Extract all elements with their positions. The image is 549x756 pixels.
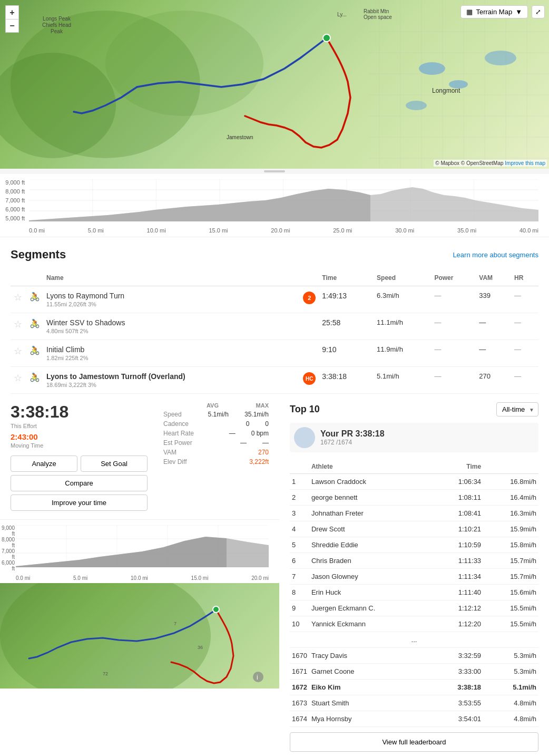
rank-cell: 2 [290,490,309,506]
top10-title: Top 10 [290,404,320,415]
map-label-longspeak: Longs PeakChiefs HeadPeak [42,16,71,35]
athlete-name-cell[interactable]: Johnathan Freter [309,506,433,521]
segment-power: — [431,313,476,340]
segment-power: — [431,286,476,313]
segment-meta: 1.82mi 225ft 2% [46,355,297,361]
analyze-button[interactable]: Analyze [11,455,77,472]
col-star [11,270,26,286]
athlete-name-cell[interactable]: Jason Glowney [309,569,433,585]
stat-max: 0 bpm [251,430,269,437]
vam-row: VAM 270 [163,449,269,456]
analyze-goal-row: Analyze Set Goal [11,455,148,472]
improve-time-button[interactable]: Improve your time [11,495,148,511]
stat-avg: 5.1mi/h [208,411,229,418]
stat-max: — [262,439,269,447]
map-label-longmont: Longmont [432,87,460,94]
star-cell[interactable]: ☆ [11,313,26,340]
segment-name[interactable]: Lyons to Jamestown Turnoff (Overland) [46,372,297,381]
col-power: Power [431,270,476,286]
rank-cell: 1670 [290,648,309,664]
segment-icon-cell: 🚴 [26,286,43,313]
leaderboard-row: 7 Jason Glowney 1:11:34 15.7mi/h [290,569,538,585]
star-icon[interactable]: ☆ [14,319,22,329]
segment-vam: — [476,340,511,367]
mini-y-labels: 9,000 ft 8,000 ft 7,000 ft 6,000 ft [0,525,15,567]
zoom-in-button[interactable]: + [5,5,19,19]
elevation-y-labels: 9,000 ft 8,000 ft 7,000 ft 6,000 ft 5,00… [0,179,27,221]
time-cell: 3:53:55 [433,695,483,711]
leaderboard-row: 1671 Garnet Coone 3:33:00 5.3mi/h [290,664,538,680]
svg-point-3 [323,34,330,42]
col-rank [290,460,309,474]
leaderboard-row: 9 Juergen Eckmann C. 1:12:12 15.5mi/h [290,600,538,616]
athlete-name-cell[interactable]: Erin Huck [309,585,433,600]
segment-name[interactable]: Initial Climb [46,345,297,354]
segment-badge-cell: 2 [300,286,319,313]
athlete-name-cell[interactable]: Yannick Eckmann [309,616,433,632]
speed-cell: 15.5mi/h [483,600,538,616]
segment-icon-cell: 🚴 [26,313,43,340]
col-speed: Speed [374,270,431,286]
terrain-map-button[interactable]: ▦ Terrain Map ▼ [460,5,528,18]
athlete-name-cell[interactable]: Mya Hornsby [309,711,433,727]
segment-type-icon: 🚴 [30,346,40,355]
time-cell: 1:11:33 [433,553,483,569]
fullscreen-button[interactable]: ⤢ [532,5,545,18]
zoom-out-button[interactable]: − [5,19,19,33]
segments-section: Segments Learn more about segments Name … [0,237,549,394]
time-cell: 1:08:11 [433,490,483,506]
rank-cell: 8 [290,585,309,600]
svg-point-52 [253,672,263,682]
athlete-name-cell[interactable]: Drew Scott [309,521,433,537]
athlete-name-cell[interactable]: Shreddie Eddie [309,537,433,553]
vam-value: 270 [258,449,269,456]
stat-header: AVG MAX [163,402,269,409]
resize-handle[interactable] [0,169,549,174]
segment-name[interactable]: Winter SSV to Shadows [46,318,297,327]
star-icon[interactable]: ☆ [14,292,22,303]
athlete-name-cell[interactable]: Lawson Craddock [309,474,433,490]
star-icon[interactable]: ☆ [14,373,22,383]
athlete-name-cell[interactable]: Chris Braden [309,553,433,569]
map-label-jamestown: Jamestown [227,134,253,140]
mini-map-background: 7 72 36 i [0,583,279,689]
star-cell[interactable]: ☆ [11,367,26,394]
star-cell[interactable]: ☆ [11,286,26,313]
top10-header: Top 10 All-time [290,402,538,416]
athlete-name-cell[interactable]: Tracy Davis [309,648,433,664]
segment-speed: 6.3mi/h [374,286,431,313]
speed-cell: 15.6mi/h [483,585,538,600]
segment-badge-cell [300,340,319,367]
alltime-select[interactable]: All-time [496,402,538,416]
segment-name-cell: Lyons to Jamestown Turnoff (Overland) 18… [43,367,300,394]
athlete-name-cell[interactable]: george bennett [309,490,433,506]
improve-map-link[interactable]: Improve this map [505,160,545,166]
time-cell: 1:12:12 [433,600,483,616]
segment-name[interactable]: Lyons to Raymond Turn [46,292,297,300]
view-full-leaderboard-button[interactable]: View full leaderboard [290,732,538,752]
time-cell: 1:11:34 [433,569,483,585]
athlete-name-cell[interactable]: Garnet Coone [309,664,433,680]
mini-map: 7 72 36 i [0,583,279,689]
elev-diff-label: Elev Diff [163,458,187,466]
elevation-svg [29,179,538,221]
segment-hr: — [511,340,538,367]
segment-vam: — [476,313,511,340]
compare-button[interactable]: Compare [11,475,148,491]
learn-more-link[interactable]: Learn more about segments [453,251,538,259]
elev-diff-value: 3,222ft [249,458,269,466]
star-cell[interactable]: ☆ [11,340,26,367]
detail-left: 3:38:18 This Effort 2:43:00 Moving Time … [11,402,148,511]
ellipsis-row: ... [290,632,538,648]
speed-cell: 4.8mi/h [483,695,538,711]
star-icon[interactable]: ☆ [14,346,22,356]
athlete-name-cell[interactable]: Stuart Smith [309,695,433,711]
set-goal-button[interactable]: Set Goal [81,455,148,472]
rank-cell: 5 [290,537,309,553]
athlete-name-cell[interactable]: Juergen Eckmann C. [309,600,433,616]
effort-label: This Effort [11,423,148,429]
segment-meta: 18.69mi 3,222ft 3% [46,382,297,388]
segment-detail: 3:38:18 This Effort 2:43:00 Moving Time … [0,394,279,520]
rank-cell: 1673 [290,695,309,711]
athlete-name-cell[interactable]: Eiko Kim [309,680,433,695]
